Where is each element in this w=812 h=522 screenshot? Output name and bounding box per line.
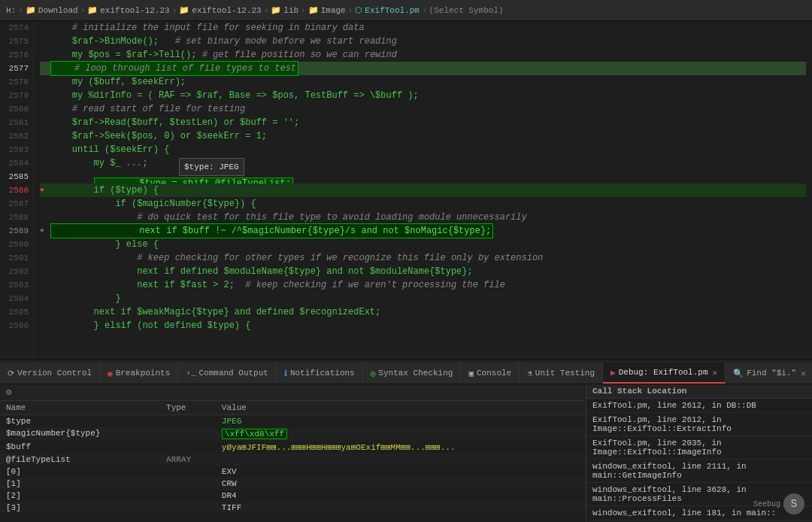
seebug-watermark: Seebug S <box>753 493 804 514</box>
callstack-item[interactable]: ExifTool.pm, line 2612, in Image::ExifTo… <box>586 413 812 436</box>
var-name: [1] <box>0 478 160 490</box>
table-row: @fileTypeListARRAY <box>0 454 586 466</box>
code-line-2593: next if $fast > 2; # keep checking if we… <box>40 278 806 292</box>
var-name: [2] <box>0 490 160 502</box>
var-type <box>160 490 216 502</box>
col-value: Value <box>216 401 586 415</box>
variables-table: Name Type Value $typeJPEG$magicNumber{$t… <box>0 401 586 514</box>
code-editor: 257425752576 2577 2578257925802581258225… <box>0 21 812 360</box>
breadcrumb-path4: lib <box>283 6 298 15</box>
table-row: [1]CRW <box>0 478 586 490</box>
breadcrumb-path2: exiftool-12.23 <box>100 6 169 15</box>
var-name: [3] <box>0 502 160 514</box>
bottom-panel: ⚙ Name Type Value $typeJPEG$magicNumber{… <box>0 384 812 522</box>
breakpoints-icon: ◉ <box>108 369 113 378</box>
table-row: [3]TIFF <box>0 502 586 514</box>
var-value: TIFF <box>216 502 586 514</box>
var-type: ARRAY <box>160 454 216 466</box>
var-value <box>216 454 586 466</box>
syntax-checking-icon: ◎ <box>371 369 376 378</box>
code-line-2577: # loop through list of file types to tes… <box>40 62 806 75</box>
code-line-2574: # initialize the input file for seeking … <box>40 21 806 35</box>
code-line-2590: } else { <box>40 238 806 251</box>
tab-unit-testing[interactable]: ⚗ Unit Testing <box>520 363 603 384</box>
var-type <box>160 441 216 454</box>
variables-pane: ⚙ Name Type Value $typeJPEG$magicNumber{… <box>0 384 586 522</box>
table-row: $magicNumber{$type}\xff\xd8\xff <box>0 427 586 441</box>
seebug-logo-circle: S <box>783 493 804 514</box>
breadcrumb-bar: H: › 📁 Download › 📁 exiftool-12.23 › 📁 e… <box>0 0 812 21</box>
settings-icon[interactable]: ⚙ <box>6 387 11 398</box>
breadcrumb-context: (Select Symbol) <box>429 6 504 15</box>
code-line-2580: # read start of file for testing <box>40 102 806 116</box>
breadcrumb-sep: › <box>18 6 23 15</box>
code-line-2592: next if defined $moduleName{$type} and n… <box>40 265 806 278</box>
unit-testing-icon: ⚗ <box>527 369 532 378</box>
code-line-2596: } elsif (not defined $type) { <box>40 319 806 332</box>
code-line-2589: ● next if $buff !~ /^$magicNumber{$type}… <box>40 224 806 238</box>
command-output-icon: ›_ <box>186 369 195 378</box>
callstack-pane: Call Stack Location ExifTool.pm, line 26… <box>586 384 812 522</box>
code-line-2588: # do quick test for this file type to av… <box>40 211 806 224</box>
var-name: $magicNumber{$type} <box>0 427 160 441</box>
notifications-icon: ℹ <box>284 369 287 378</box>
code-line-2581: $raf->Read($buff, $testLen) or $buff = '… <box>40 116 806 129</box>
var-type <box>160 427 216 441</box>
var-name: [0] <box>0 466 160 478</box>
tab-debug[interactable]: ▶ Debug: ExifTool.pm ✕ <box>603 363 726 384</box>
find-close-button[interactable]: ✕ <box>801 369 806 378</box>
find-icon: 🔍 <box>733 369 744 378</box>
breadcrumb-folder4[interactable]: 📁 <box>271 5 281 15</box>
tab-notifications[interactable]: ℹ Notifications <box>277 363 363 384</box>
tab-find[interactable]: 🔍 Find "$i." ✕ <box>726 363 812 384</box>
breadcrumb-file[interactable]: ⬡ <box>355 5 362 15</box>
code-line-2594: } <box>40 292 806 305</box>
code-line-2576: my $pos = $raf->Tell(); # get file posit… <box>40 48 806 62</box>
var-name: @fileTypeList <box>0 454 160 466</box>
table-row: $typeJPEG <box>0 415 586 428</box>
version-control-icon: ⟳ <box>8 369 14 378</box>
breadcrumb-path1: Download <box>38 6 78 15</box>
var-name: $type <box>0 415 160 428</box>
callstack-item[interactable]: ExifTool.pm, line 2035, in Image::ExifTo… <box>586 436 812 460</box>
callstack-item[interactable]: ExifTool.pm, line 2612, in DB::DB <box>586 399 812 413</box>
var-value: DR4 <box>216 490 586 502</box>
breadcrumb-filename: ExifTool.pm <box>365 6 420 15</box>
callstack-item[interactable]: windows_exiftool, line 2111, in main::Ge… <box>586 460 812 483</box>
code-content: # initialize the input file for seeking … <box>34 21 812 360</box>
table-row: $buffyØya⊞JFIF⊞⊞...⊞⊞⊞H⊞⊞H⊞⊞⊞ya⊞OExif⊞⊞M… <box>0 441 586 454</box>
breadcrumb-folder5[interactable]: 📁 <box>308 5 319 15</box>
code-line-2595: next if $weakMagic{$type} and defined $r… <box>40 305 806 319</box>
table-row: [0]EXV <box>0 466 586 478</box>
debug-close-button[interactable]: ✕ <box>713 368 718 378</box>
var-name: $buff <box>0 441 160 454</box>
table-row: [2]DR4 <box>0 490 586 502</box>
code-line-2586: ● if ($type) { <box>40 184 806 197</box>
debug-icon: ▶ <box>611 368 616 378</box>
tab-syntax-checking[interactable]: ◎ Syntax Checking <box>363 363 462 384</box>
line-numbers: 257425752576 2577 2578257925802581258225… <box>0 21 34 360</box>
var-value: CRW <box>216 478 586 490</box>
var-type <box>160 415 216 428</box>
var-type <box>160 466 216 478</box>
tab-console[interactable]: ▣ Console <box>461 363 520 384</box>
code-line-2582: $raf->Seek($pos, 0) or $seekErr = 1; <box>40 129 806 143</box>
var-value: \xff\xd8\xff <box>216 427 586 441</box>
code-line-2578: my ($buff, $seekErr); <box>40 75 806 89</box>
code-line-2575: $raf->BinMode(); # set binary mode befor… <box>40 35 806 48</box>
var-type <box>160 478 216 490</box>
breadcrumb-folder3[interactable]: 📁 <box>179 5 189 15</box>
tab-breakpoints[interactable]: ◉ Breakpoints <box>100 363 178 384</box>
tab-version-control[interactable]: ⟳ Version Control <box>0 363 100 384</box>
callstack-header: Call Stack Location <box>586 384 812 399</box>
tab-command-output[interactable]: ›_ Command Output <box>178 363 277 384</box>
code-line-2587: if ($magicNumber{$type}) { <box>40 197 806 211</box>
breadcrumb-path5: Image <box>321 6 346 15</box>
var-value: JPEG <box>216 415 586 428</box>
code-line-2579: my %dirInfo = ( RAF => $raf, Base => $po… <box>40 89 806 102</box>
var-type <box>160 502 216 514</box>
breadcrumb-folder1[interactable]: 📁 <box>26 5 36 15</box>
col-name: Name <box>0 401 160 415</box>
col-type: Type <box>160 401 216 415</box>
breadcrumb-folder2[interactable]: 📁 <box>87 5 98 15</box>
